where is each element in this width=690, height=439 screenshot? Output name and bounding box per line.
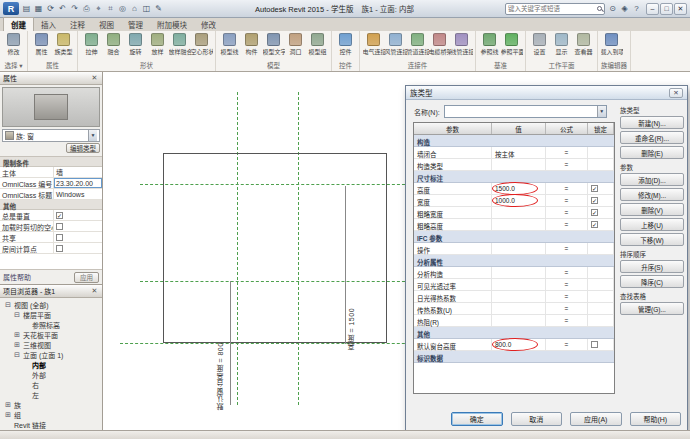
property-value[interactable] <box>54 232 102 242</box>
parameter-formula[interactable]: = <box>546 303 588 314</box>
parameter-value[interactable] <box>492 159 546 170</box>
property-value[interactable]: 23.30.20.00 <box>54 178 102 188</box>
close-icon[interactable]: ✕ <box>90 74 99 82</box>
sill-dimension-line[interactable] <box>230 281 231 405</box>
cancel-button[interactable]: 取消 <box>511 412 563 426</box>
help-search-box[interactable] <box>505 3 605 15</box>
tree-item[interactable]: Revit 链接 <box>1 420 101 430</box>
parameter-formula[interactable]: = <box>546 219 588 230</box>
降序C-button[interactable]: 降序(C) <box>620 275 684 288</box>
close-icon[interactable]: ✕ <box>90 287 99 295</box>
reference-level-line[interactable] <box>120 343 430 344</box>
chevron-down-icon[interactable]: ▼ <box>88 130 97 141</box>
tree-item[interactable]: 左 <box>1 390 101 400</box>
parameter-section[interactable]: 分析属性 <box>414 255 614 267</box>
properties-header[interactable]: 属性 ✕ <box>0 72 102 85</box>
tree-item[interactable]: ⊟楼层平面 <box>1 310 101 320</box>
ribbon-tab-附加模块[interactable]: 附加模块 <box>150 18 194 31</box>
线管连接件-button[interactable]: 线管连接件 <box>451 32 472 56</box>
parameter-value[interactable] <box>492 303 546 314</box>
下移W-button[interactable]: 下移(W) <box>620 233 684 246</box>
property-value[interactable] <box>54 243 102 253</box>
sync-icon[interactable]: ⟳ <box>45 3 56 15</box>
风管连接件-button[interactable]: 风管连接件 <box>385 32 406 56</box>
模型线-button[interactable]: 模型线 <box>219 32 240 56</box>
chevron-down-icon[interactable]: ▼ <box>597 106 606 117</box>
放样-button[interactable]: 放样 <box>147 32 168 56</box>
sill-dimension-label[interactable]: 默认窗台高度 = 800 <box>216 290 226 410</box>
properties-help-link[interactable]: 属性帮助 <box>3 272 31 282</box>
参照线-button[interactable]: 参照线 <box>479 32 500 56</box>
open-icon[interactable]: ▤ <box>21 3 32 15</box>
parameter-value[interactable] <box>492 315 546 326</box>
升序S-button[interactable]: 升序(S) <box>620 260 684 273</box>
parameter-formula[interactable]: = <box>546 207 588 218</box>
dialog-titlebar[interactable]: 族类型 ✕ <box>406 86 687 100</box>
族类型-button[interactable]: 族类型 <box>53 32 74 56</box>
tree-item[interactable]: 右 <box>1 380 101 390</box>
height-dimension-label[interactable]: 高度 = 1500 <box>347 200 357 350</box>
parameter-section[interactable]: IFC 参数 <box>414 231 614 243</box>
parameter-value[interactable]: 按主体 <box>492 147 546 158</box>
property-value[interactable]: Windows <box>54 189 102 199</box>
parameter-value[interactable]: 1500.0 <box>492 183 546 194</box>
parameter-formula[interactable]: = <box>546 339 588 350</box>
apply-button[interactable]: 应用(A) <box>570 412 622 426</box>
help-icon[interactable]: ? <box>631 3 642 15</box>
电气连接件-button[interactable]: 电气连接件 <box>363 32 384 56</box>
lock-checkbox[interactable] <box>591 341 598 348</box>
parameter-value[interactable] <box>492 291 546 302</box>
collapse-icon[interactable]: ⊟ <box>4 301 12 309</box>
property-section[interactable]: 限制条件 <box>0 157 102 167</box>
property-value[interactable] <box>54 221 102 231</box>
property-value[interactable]: ✓ <box>54 210 102 220</box>
property-checkbox[interactable] <box>56 245 63 252</box>
参照平面-button[interactable]: 参照平面 <box>501 32 522 56</box>
ribbon-tab-管理[interactable]: 管理 <box>121 18 150 31</box>
parameter-formula[interactable]: = <box>546 243 588 254</box>
tree-item[interactable]: ⊟立面 (立面 1) <box>1 350 101 360</box>
property-value[interactable]: 墙 <box>54 167 102 177</box>
ribbon-tab-视图[interactable]: 视图 <box>92 18 121 31</box>
tag-icon[interactable]: ◎ <box>117 3 128 15</box>
save-icon[interactable]: ▦ <box>33 3 44 15</box>
上移U-button[interactable]: 上移(U) <box>620 218 684 231</box>
expand-icon[interactable]: ⊞ <box>4 401 12 409</box>
设置-button[interactable]: 设置 <box>529 32 550 56</box>
修改M-button[interactable]: 修改(M)... <box>620 188 684 201</box>
search-icon[interactable] <box>597 6 602 11</box>
模型组-button[interactable]: 模型组 <box>307 32 328 56</box>
融合-button[interactable]: 融合 <box>103 32 124 56</box>
lock-checkbox[interactable]: ✓ <box>591 209 598 216</box>
parameter-value[interactable] <box>492 243 546 254</box>
maximize-button[interactable]: □ <box>660 3 673 15</box>
parameter-formula[interactable]: = <box>546 147 588 158</box>
default-3d-view-icon[interactable]: ⌂ <box>129 3 140 15</box>
close-button[interactable]: ✕ <box>674 3 687 15</box>
section-icon[interactable]: ◫ <box>141 3 152 15</box>
属性-button[interactable]: 属性 <box>31 32 52 56</box>
tree-item[interactable]: ⊞三维视图 <box>1 340 101 350</box>
tree-item[interactable]: ⊞天花板平面 <box>1 330 101 340</box>
删除V-button[interactable]: 删除(V) <box>620 203 684 216</box>
exchange-apps-icon[interactable]: ◈ <box>619 3 630 15</box>
help-button[interactable]: 帮助(H) <box>630 412 682 426</box>
expand-icon[interactable]: ⊞ <box>13 331 21 339</box>
lock-checkbox[interactable]: ✓ <box>591 185 598 192</box>
parameter-value[interactable] <box>492 279 546 290</box>
lock-checkbox[interactable]: ✓ <box>591 221 598 228</box>
parameter-formula[interactable]: = <box>546 183 588 194</box>
parameter-formula[interactable]: = <box>546 267 588 278</box>
控件-button[interactable]: 控件 <box>335 32 356 56</box>
height-dimension-line[interactable] <box>345 186 346 344</box>
undo-icon[interactable]: ↶ <box>57 3 68 15</box>
模型文字-button[interactable]: 模型文字 <box>263 32 284 56</box>
redo-icon[interactable]: ↷ <box>69 3 80 15</box>
洞口-button[interactable]: 洞口 <box>285 32 306 56</box>
电缆桥架连接件-button[interactable]: 电缆桥架连接件 <box>429 32 450 56</box>
parameter-formula[interactable]: = <box>546 315 588 326</box>
parameter-value[interactable] <box>492 207 546 218</box>
revit-logo-icon[interactable]: R <box>3 2 19 15</box>
载入到项目-button[interactable]: 载入到项目 <box>601 32 622 56</box>
type-selector[interactable]: 族: 窗 ▼ <box>2 129 100 142</box>
